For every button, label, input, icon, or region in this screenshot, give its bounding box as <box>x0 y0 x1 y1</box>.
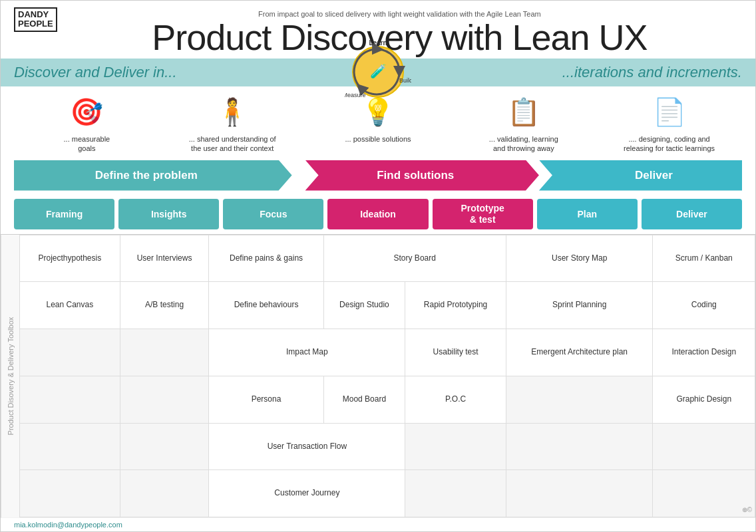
tool-cell: Scrum / Kanban <box>653 235 755 282</box>
tool-cell: User Interviews <box>120 235 209 282</box>
svg-text:🧪: 🧪 <box>370 63 387 79</box>
banner-left: Discover and Deliver in... <box>14 64 177 81</box>
goals-caption: ... measurablegoals <box>64 134 110 154</box>
tool-cell-empty <box>120 376 209 423</box>
tool-cell: A/B testing <box>120 282 209 329</box>
table-row: Customer Journey ⊕© <box>20 470 755 517</box>
svg-text:Learn: Learn <box>369 39 387 47</box>
tool-cell-empty <box>506 470 653 517</box>
table-row: Impact Map Usability test Emergent Archi… <box>20 329 755 376</box>
logo: DANDY PEOPLE <box>14 7 57 32</box>
toolbox-table: Projecthypothesis User Interviews Define… <box>19 235 755 517</box>
designing-caption: .... designing, coding andreleasing for … <box>624 134 715 154</box>
toolbox-section: Product Disovery & Delivery Toolbox Proj… <box>1 234 755 517</box>
footer-email: mia.kolmodin@dandypeople.com <box>14 521 122 529</box>
tool-cell: User Transaction Flow <box>209 423 405 470</box>
phase-define: Define the problem <box>14 160 292 191</box>
table-row: Lean Canvas A/B testing Define behaviour… <box>20 282 755 329</box>
step-prototype[interactable]: Prototype& test <box>433 199 533 229</box>
tool-cell: Design Studio <box>323 282 405 329</box>
phase-define-label: Define the problem <box>95 169 198 182</box>
svg-text:Measure: Measure <box>345 92 366 98</box>
tool-cell-empty <box>20 329 120 376</box>
tool-cell: Coding <box>653 282 755 329</box>
tool-cell-empty <box>405 423 506 470</box>
tool-cell: Interaction Design <box>653 329 755 376</box>
validating-icon: 📋 <box>507 92 540 132</box>
phase-find-label: Find solutions <box>377 169 454 182</box>
tool-cell: Graphic Design <box>653 376 755 423</box>
tool-cell-empty <box>405 470 506 517</box>
footer: mia.kolmodin@dandypeople.com <box>1 517 755 531</box>
tool-cell-empty: ⊕© <box>653 470 755 517</box>
user-caption: ... shared understanding ofthe user and … <box>189 134 276 154</box>
tool-cell-empty <box>20 470 120 517</box>
phases-row: Define the problem Find solutions Delive… <box>1 160 755 191</box>
table-row: Persona Mood Board P.O.C Graphic Design <box>20 376 755 423</box>
icon-item-user: 🧍 ... shared understanding ofthe user an… <box>172 92 292 154</box>
table-row: Projecthypothesis User Interviews Define… <box>20 235 755 282</box>
steps-row: Framing Insights Focus Ideation Prototyp… <box>1 197 755 231</box>
toolbox-label: Product Disovery & Delivery Toolbox <box>1 235 19 517</box>
tool-cell-empty <box>506 423 653 470</box>
tool-cell: Define pains & gains <box>209 235 323 282</box>
main-container: DANDY PEOPLE From impact goal to sliced … <box>0 0 756 532</box>
tool-cell: Impact Map <box>209 329 405 376</box>
tool-cell: Sprint Planning <box>506 282 653 329</box>
phase-deliver: Deliver <box>539 160 742 191</box>
tool-cell: P.O.C <box>405 376 506 423</box>
icon-item-designing: 📄 .... designing, coding andreleasing fo… <box>610 92 729 154</box>
tool-cell-empty <box>20 376 120 423</box>
table-row: User Transaction Flow <box>20 423 755 470</box>
validating-caption: ... validating, learningand throwing awa… <box>489 134 558 154</box>
tool-cell: User Story Map <box>506 235 653 282</box>
tool-cell-empty <box>120 423 209 470</box>
phase-deliver-label: Deliver <box>635 169 673 182</box>
tool-cell: Emergent Architecture plan <box>506 329 653 376</box>
icon-item-validating: 📋 ... validating, learningand throwing a… <box>464 92 584 154</box>
tool-cell: Define behaviours <box>209 282 323 329</box>
step-insights[interactable]: Insights <box>118 199 219 229</box>
tool-cell: Rapid Prototyping <box>405 282 506 329</box>
banner-right: ...iterations and increments. <box>562 64 742 81</box>
tool-cell: Story Board <box>323 235 506 282</box>
tool-cell: Customer Journey <box>209 470 405 517</box>
icon-item-goals: 🎯 ... measurablegoals <box>27 92 146 154</box>
step-framing[interactable]: Framing <box>14 199 114 229</box>
tool-cell: Persona <box>209 376 323 423</box>
step-ideation[interactable]: Ideation <box>327 199 428 229</box>
tool-cell: Mood Board <box>323 376 405 423</box>
logo-line1: DANDY <box>18 9 49 19</box>
logo-line2: PEOPLE <box>18 19 53 29</box>
user-icon: 🧍 <box>216 92 249 132</box>
tool-cell: Projecthypothesis <box>20 235 120 282</box>
tool-cell-empty <box>506 376 653 423</box>
cycle-diagram: 🧪 Learn Build Measure <box>345 37 411 103</box>
tool-cell: Usability test <box>405 329 506 376</box>
svg-text:Build: Build <box>399 77 411 84</box>
tool-cell-empty <box>120 329 209 376</box>
solutions-caption: ... possible solutions <box>345 134 411 144</box>
designing-icon: 📄 <box>653 92 686 132</box>
step-deliver[interactable]: Deliver <box>642 199 742 229</box>
step-focus[interactable]: Focus <box>223 199 323 229</box>
tool-cell: Lean Canvas <box>20 282 120 329</box>
tool-cell-empty <box>20 423 120 470</box>
tool-cell-empty <box>120 470 209 517</box>
tool-cell-empty <box>653 423 755 470</box>
step-plan[interactable]: Plan <box>537 199 638 229</box>
phase-find: Find solutions <box>292 160 539 191</box>
goals-icon: 🎯 <box>70 92 103 132</box>
